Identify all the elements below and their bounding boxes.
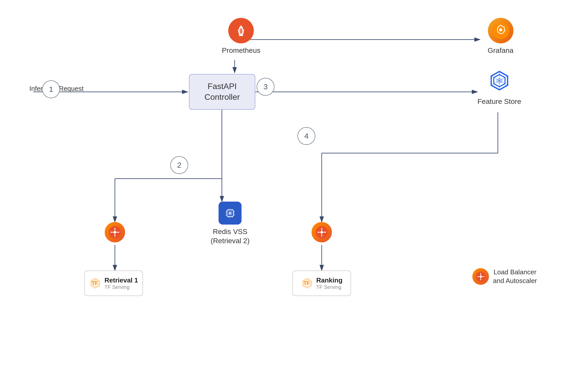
arrows-layer	[0, 0, 588, 369]
prometheus-icon	[228, 18, 254, 43]
step-3-circle: 3	[257, 78, 274, 96]
feature-store-icon	[487, 69, 512, 94]
feature-store-node: Feature Store	[477, 69, 521, 106]
prometheus-node: Prometheus	[222, 18, 260, 55]
tf-icon-ranking: TF	[301, 277, 313, 289]
lb2-node	[311, 222, 332, 242]
retrieval1-box: TF Retrieval 1 TF Serving	[84, 270, 143, 296]
lb-legend-icon	[472, 268, 489, 285]
fastapi-node: FastAPI Controller	[189, 74, 255, 110]
redis-label: Redis VSS(Retrieval 2)	[211, 227, 249, 246]
retrieval1-node: TF Retrieval 1 TF Serving	[84, 270, 143, 296]
lb1-icon	[105, 222, 125, 242]
fastapi-box: FastAPI Controller	[189, 74, 255, 110]
svg-point-17	[499, 28, 502, 31]
feature-store-label: Feature Store	[477, 97, 521, 106]
tf-icon-retrieval1: TF	[89, 277, 101, 289]
redis-icon: R	[219, 202, 242, 225]
ranking-node: TF Ranking TF Serving	[292, 270, 351, 296]
svg-point-51	[320, 231, 323, 233]
step-4-circle: 4	[297, 127, 315, 145]
svg-text:R: R	[229, 211, 231, 215]
step-1-circle: 1	[42, 80, 60, 98]
svg-text:TF: TF	[92, 280, 98, 286]
retrieval1-text: Retrieval 1 TF Serving	[104, 276, 138, 290]
step-2-circle: 2	[170, 156, 188, 174]
grafana-icon	[488, 18, 513, 43]
svg-text:TF: TF	[304, 280, 310, 286]
redis-node: R Redis VSS(Retrieval 2)	[211, 202, 249, 246]
fastapi-label: FastAPI Controller	[205, 81, 240, 102]
grafana-node: Grafana	[488, 18, 513, 55]
ranking-text: Ranking TF Serving	[316, 276, 343, 290]
svg-point-67	[479, 276, 482, 278]
architecture-diagram: Prometheus Grafana FastAPI Controller	[0, 0, 588, 369]
svg-point-41	[114, 231, 116, 233]
lb-legend-node: Load Balancerand Autoscaler	[472, 268, 537, 285]
grafana-label: Grafana	[488, 46, 513, 55]
lb2-icon	[311, 222, 332, 242]
prometheus-label: Prometheus	[222, 46, 260, 55]
lb1-node	[105, 222, 125, 242]
svg-rect-15	[239, 35, 243, 36]
lb-legend-label: Load Balancerand Autoscaler	[493, 268, 537, 285]
ranking-box: TF Ranking TF Serving	[292, 270, 351, 296]
